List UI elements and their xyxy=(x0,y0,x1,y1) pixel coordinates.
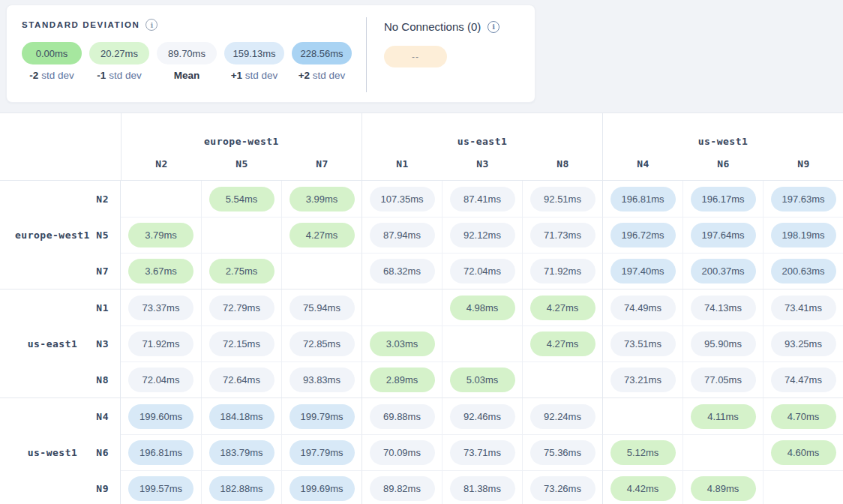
latency-cell-pill[interactable]: 72.79ms xyxy=(209,296,274,320)
latency-cell-pill[interactable]: 73.71ms xyxy=(450,440,515,465)
latency-cell-pill[interactable]: 4.60ms xyxy=(771,440,836,465)
latency-cell-pill[interactable]: 92.46ms xyxy=(450,404,515,429)
latency-cell: 2.75ms xyxy=(201,253,281,289)
column-header-N6: N6 xyxy=(683,158,764,170)
column-group-europe-west1: europe-west1N2N5N7 xyxy=(121,113,362,180)
latency-cell: 95.90ms xyxy=(682,326,763,362)
latency-cell-pill[interactable]: 70.09ms xyxy=(370,440,435,465)
latency-cell-pill[interactable]: 107.35ms xyxy=(370,187,435,212)
latency-cell-pill[interactable]: 74.47ms xyxy=(771,368,836,392)
latency-cell: 73.21ms xyxy=(602,362,682,398)
latency-cell: 196.72ms xyxy=(602,217,682,253)
latency-cell-pill[interactable]: 74.49ms xyxy=(610,296,676,320)
latency-cell-pill[interactable]: 92.51ms xyxy=(530,187,596,212)
latency-cell-pill[interactable]: 72.04ms xyxy=(128,368,194,392)
latency-cell: 74.47ms xyxy=(763,362,843,398)
latency-cell-pill[interactable]: 4.27ms xyxy=(530,296,596,320)
latency-cell-pill[interactable]: 3.99ms xyxy=(290,187,355,212)
latency-cell-pill[interactable]: 71.92ms xyxy=(530,259,596,284)
latency-cell-pill[interactable]: 199.57ms xyxy=(128,476,194,501)
latency-cell-pill[interactable]: 197.63ms xyxy=(771,187,836,212)
legend-label-minus1: -1 std dev xyxy=(89,70,149,81)
latency-cell-pill[interactable]: 4.27ms xyxy=(530,332,596,356)
latency-cell-pill[interactable]: 73.37ms xyxy=(128,296,194,320)
latency-cell-pill[interactable]: 73.51ms xyxy=(610,332,676,356)
latency-cell-pill[interactable]: 199.60ms xyxy=(128,404,194,429)
table-row: N25.54ms3.99ms107.35ms87.41ms92.51ms196.… xyxy=(0,181,843,217)
latency-cell-pill[interactable]: 5.54ms xyxy=(209,187,274,212)
latency-cell-pill[interactable]: 93.83ms xyxy=(290,368,355,392)
latency-cell-pill[interactable]: 87.41ms xyxy=(450,187,515,212)
latency-cell-pill[interactable]: 184.18ms xyxy=(209,404,274,429)
row-header-N9: N9 xyxy=(96,483,109,494)
latency-cell-pill[interactable]: 4.11ms xyxy=(691,404,756,429)
latency-cell-pill[interactable]: 200.37ms xyxy=(691,259,756,284)
latency-cell-pill[interactable]: 4.42ms xyxy=(610,476,676,501)
latency-cell-pill[interactable]: 2.89ms xyxy=(370,368,435,392)
latency-cell-pill[interactable]: 72.85ms xyxy=(290,332,355,356)
latency-cell-pill[interactable]: 4.98ms xyxy=(450,296,515,320)
latency-cell: 93.83ms xyxy=(281,362,362,398)
info-icon[interactable]: i xyxy=(146,19,158,31)
latency-cell-pill[interactable]: 74.13ms xyxy=(691,296,756,320)
row-header-N5: N5 xyxy=(96,230,109,241)
latency-cell-pill[interactable]: 73.41ms xyxy=(771,296,836,320)
latency-cell-pill[interactable]: 3.03ms xyxy=(370,332,435,356)
latency-cell-pill[interactable]: 87.94ms xyxy=(370,223,435,248)
latency-cell-pill[interactable]: 72.04ms xyxy=(450,259,515,284)
column-header-N4: N4 xyxy=(603,158,683,170)
latency-cell-pill[interactable]: 5.12ms xyxy=(610,440,676,465)
latency-cell-pill[interactable]: 3.79ms xyxy=(128,223,194,248)
table-row: N53.79ms4.27ms87.94ms92.12ms71.73ms196.7… xyxy=(0,217,843,253)
legend-divider xyxy=(366,17,367,92)
latency-cell-pill[interactable]: 72.15ms xyxy=(209,332,274,356)
latency-cell-pill[interactable]: 4.27ms xyxy=(290,223,355,248)
latency-cell-pill[interactable]: 196.81ms xyxy=(610,187,676,212)
column-region-label: europe-west1 xyxy=(122,132,362,152)
latency-cell-pill[interactable]: 4.89ms xyxy=(691,476,756,501)
latency-cell: 72.79ms xyxy=(201,290,281,326)
latency-cell-pill[interactable]: 196.81ms xyxy=(128,440,194,465)
latency-cell: 184.18ms xyxy=(201,398,281,434)
latency-cell-pill[interactable]: 198.19ms xyxy=(771,223,836,248)
latency-cell-pill[interactable]: 200.63ms xyxy=(771,259,836,284)
latency-cell-pill[interactable]: 72.64ms xyxy=(209,368,274,392)
latency-cell-pill[interactable]: 199.69ms xyxy=(290,476,355,501)
latency-cell-pill[interactable]: 197.40ms xyxy=(610,259,676,284)
latency-cell-pill[interactable]: 92.12ms xyxy=(450,223,515,248)
latency-cell: 197.40ms xyxy=(602,253,682,289)
latency-cell-pill[interactable]: 75.94ms xyxy=(290,296,355,320)
latency-cell-pill[interactable]: 196.17ms xyxy=(691,187,756,212)
latency-cell-pill[interactable]: 5.03ms xyxy=(450,368,515,392)
table-row: N73.67ms2.75ms68.32ms72.04ms71.92ms197.4… xyxy=(0,253,843,289)
latency-cell-pill[interactable]: 197.64ms xyxy=(691,223,756,248)
latency-cell-pill[interactable]: 69.88ms xyxy=(370,404,435,429)
latency-cell-pill[interactable]: 93.25ms xyxy=(771,332,836,356)
latency-cell-pill[interactable]: 182.88ms xyxy=(209,476,274,501)
latency-cell-pill[interactable]: 73.26ms xyxy=(530,476,596,501)
self-cell xyxy=(121,181,201,217)
latency-cell-pill[interactable]: 4.70ms xyxy=(771,404,836,429)
latency-cell-pill[interactable]: 199.79ms xyxy=(290,404,355,429)
latency-cell-pill[interactable]: 92.24ms xyxy=(530,404,596,429)
latency-cell-pill[interactable]: 89.82ms xyxy=(370,476,435,501)
self-cell xyxy=(682,434,763,470)
latency-cell-pill[interactable]: 71.92ms xyxy=(128,332,194,356)
latency-cell-pill[interactable]: 77.05ms xyxy=(691,368,756,392)
latency-cell: 72.04ms xyxy=(442,253,522,289)
row-label-cell: N6 xyxy=(0,434,121,470)
latency-cell-pill[interactable]: 71.73ms xyxy=(530,223,596,248)
latency-cell: 4.27ms xyxy=(522,290,602,326)
latency-cell-pill[interactable]: 197.79ms xyxy=(290,440,355,465)
latency-cell-pill[interactable]: 75.36ms xyxy=(530,440,596,465)
info-icon[interactable]: i xyxy=(488,21,500,33)
latency-cell-pill[interactable]: 196.72ms xyxy=(610,223,676,248)
latency-cell-pill[interactable]: 183.79ms xyxy=(209,440,274,465)
latency-cell-pill[interactable]: 68.32ms xyxy=(370,259,435,284)
latency-cell-pill[interactable]: 3.67ms xyxy=(128,259,194,284)
latency-cell-pill[interactable]: 2.75ms xyxy=(209,259,274,284)
latency-cell-pill[interactable]: 95.90ms xyxy=(691,332,756,356)
latency-cell-pill[interactable]: 73.21ms xyxy=(610,368,676,392)
legend-pill-mean: 89.70ms xyxy=(157,42,217,64)
latency-cell-pill[interactable]: 81.38ms xyxy=(450,476,515,501)
